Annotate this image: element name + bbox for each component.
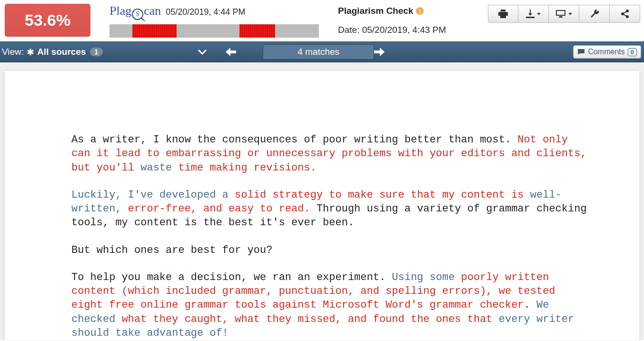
comments-count-badge: 0 [628, 48, 637, 56]
plagiarism-match[interactable]: error-free, and easy to read. [122, 203, 310, 215]
comments-label: Comments [588, 48, 624, 56]
wrench-icon [590, 9, 599, 19]
asterisk-icon: ✱ [27, 47, 34, 58]
document-area: As a writer, I know the consequences of … [0, 62, 644, 340]
arrow-right-icon [374, 48, 385, 56]
view-count-badge: 1 [90, 48, 103, 56]
report-timestamp: 05/20/2019, 4:44 PM [166, 7, 245, 17]
paragraph: As a writer, I know the consequences of … [71, 133, 587, 175]
chevron-down-icon [198, 50, 207, 55]
next-match-button[interactable] [374, 48, 411, 56]
toolbar [488, 4, 644, 23]
view-mode: All sources [37, 47, 86, 57]
comments-button[interactable]: Comments 0 [573, 45, 641, 59]
settings-button[interactable] [579, 5, 610, 23]
header: 53.6% PlagScan 05/20/2019, 4:44 PM Plagi… [0, 0, 644, 41]
print-icon [498, 10, 508, 18]
plagiarism-progress-bar [109, 24, 319, 38]
matches-count-button[interactable]: 4 matches [263, 44, 374, 60]
logo-area: PlagScan 05/20/2019, 4:44 PM [109, 4, 319, 38]
plagiarism-match[interactable]: time making revisions [172, 162, 310, 174]
plagiarism-link[interactable]: waste [140, 162, 172, 174]
paragraph: But which ones are best for you? [71, 243, 587, 257]
view-selector[interactable]: View: ✱ All sources 1 [2, 47, 103, 58]
display-button[interactable] [549, 5, 579, 23]
check-info: Plagiarism Check i Date: 05/20/2019, 4:4… [338, 4, 446, 35]
progress-segment [132, 24, 176, 38]
navbar: View: ✱ All sources 1 4 matches Comments… [0, 41, 644, 62]
plagiarism-match[interactable]: what they caught, what they missed, and … [122, 313, 499, 325]
plagiarism-link[interactable]: Using some [392, 271, 461, 283]
plagiarism-percent-badge: 53.6% [5, 4, 90, 37]
plagscan-logo: PlagScan [109, 4, 161, 19]
arrow-left-icon [226, 48, 236, 56]
check-title: Plagiarism Check i [338, 6, 446, 16]
check-date: Date: 05/20/2019, 4:43 PM [338, 25, 446, 35]
plagiarism-link[interactable]: Luckily, I've developed a [71, 189, 235, 201]
download-icon [526, 10, 535, 18]
share-icon [620, 9, 630, 19]
plagiarism-match[interactable]: solid strategy to make sure that my cont… [235, 189, 530, 201]
magnifier-icon: S [132, 9, 143, 20]
download-button[interactable] [518, 5, 549, 23]
share-button[interactable] [610, 5, 640, 23]
comment-icon [577, 49, 585, 55]
print-button[interactable] [488, 5, 518, 23]
document: As a writer, I know the consequences of … [5, 71, 639, 340]
expand-button[interactable] [198, 50, 226, 55]
monitor-icon [555, 10, 566, 18]
caret-down-icon [568, 13, 572, 15]
info-icon[interactable]: i [416, 7, 424, 15]
logo-row: PlagScan 05/20/2019, 4:44 PM [109, 4, 319, 19]
caret-down-icon [537, 13, 541, 15]
paragraph: Luckily, I've developed a solid strategy… [71, 188, 587, 230]
progress-segment [239, 24, 275, 38]
prev-match-button[interactable] [226, 48, 263, 56]
view-label: View: [2, 47, 24, 57]
paragraph: To help you make a decision, we ran an e… [71, 271, 587, 340]
nav-center: 4 matches [198, 44, 411, 60]
